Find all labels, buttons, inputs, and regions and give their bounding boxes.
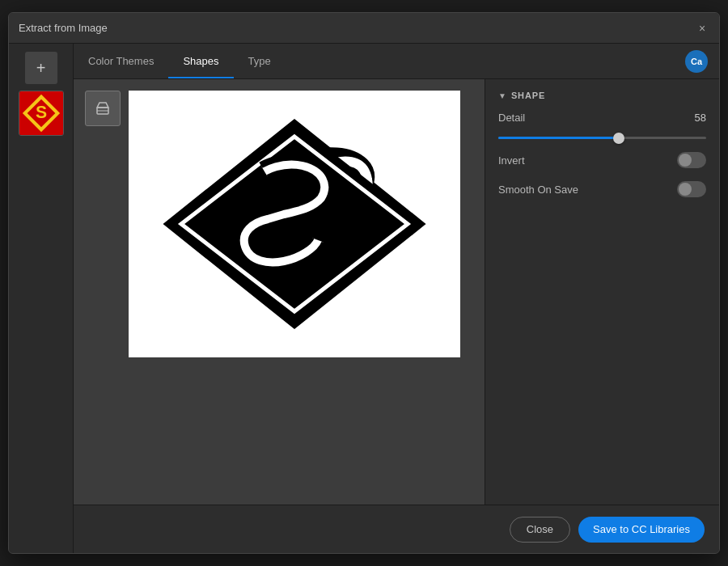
right-panel-inner: ▼ SHAPE Detail 58 (485, 79, 719, 505)
left-sidebar: + S (9, 44, 74, 553)
dialog-title: Extract from Image (19, 22, 108, 34)
main-layout: + S Color Themes Shapes (9, 44, 719, 553)
svg-marker-6 (97, 103, 108, 108)
close-window-button[interactable]: × (695, 21, 709, 36)
add-image-button[interactable]: + (25, 52, 57, 84)
shape-section-header: ▼ SHAPE (498, 91, 706, 100)
detail-slider[interactable] (498, 137, 706, 139)
svg-text:S: S (35, 103, 46, 121)
eraser-tool-button[interactable] (85, 91, 121, 126)
content-area: Color Themes Shapes Type Ca (74, 44, 719, 553)
canvas-area (74, 79, 485, 505)
invert-label: Invert (498, 154, 677, 167)
user-avatar-badge: Ca (685, 50, 708, 73)
tab-type[interactable]: Type (234, 44, 286, 78)
tab-shapes[interactable]: Shapes (168, 44, 233, 78)
detail-control-row: Detail 58 (498, 112, 706, 124)
invert-toggle[interactable] (677, 152, 706, 168)
right-panel: ▼ SHAPE Detail 58 (485, 79, 719, 505)
smooth-on-save-label: Smooth On Save (498, 184, 677, 196)
close-button[interactable]: Close (510, 517, 570, 543)
smooth-on-save-toggle-knob (679, 183, 692, 196)
smooth-on-save-toggle[interactable] (677, 181, 706, 197)
body-split: ▼ SHAPE Detail 58 (74, 79, 719, 505)
invert-toggle-knob (679, 154, 692, 167)
tabs-bar: Color Themes Shapes Type Ca (74, 44, 719, 79)
slider-thumb[interactable] (613, 133, 624, 144)
section-title: SHAPE (511, 91, 545, 100)
slider-track[interactable] (498, 137, 706, 139)
save-to-cc-libraries-button[interactable]: Save to CC Libraries (578, 517, 705, 543)
shape-tool-panel (85, 91, 121, 126)
extract-from-image-dialog: Extract from Image × + S Colo (8, 12, 720, 554)
detail-value: 58 (684, 112, 706, 124)
tab-color-themes[interactable]: Color Themes (74, 44, 168, 78)
chevron-down-icon: ▼ (498, 91, 506, 100)
footer: Close Save to CC Libraries (74, 505, 719, 553)
detail-label: Detail (498, 112, 684, 124)
titlebar: Extract from Image × (9, 13, 719, 44)
smooth-on-save-control-row: Smooth On Save (498, 181, 706, 197)
canvas-image (129, 91, 460, 357)
invert-control-row: Invert (498, 152, 706, 168)
slider-fill (498, 137, 619, 139)
image-thumbnail[interactable]: S (19, 91, 64, 136)
